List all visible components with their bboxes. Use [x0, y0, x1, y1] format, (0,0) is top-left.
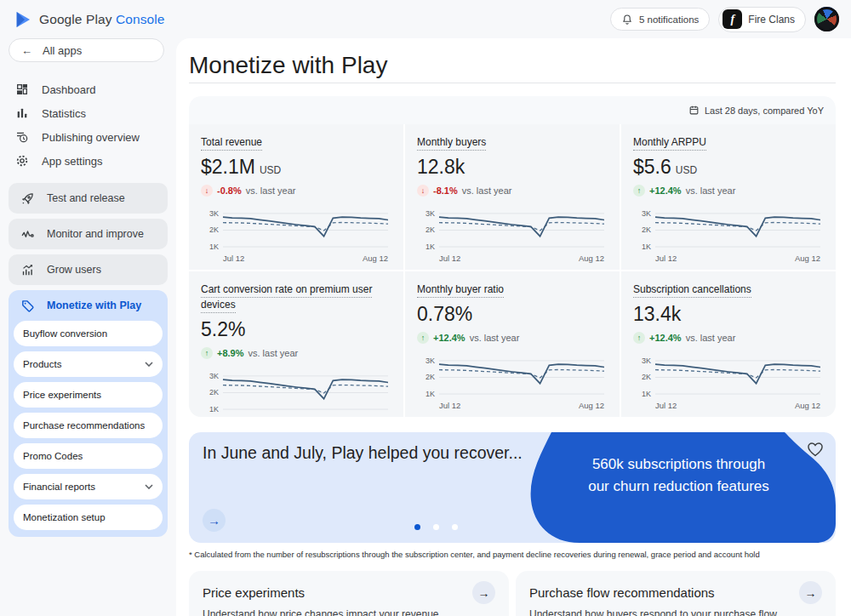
- metric-value-row: $2.1M USD: [201, 156, 391, 179]
- svg-text:1K: 1K: [642, 390, 651, 398]
- metric-label[interactable]: Subscription cancellations: [633, 283, 751, 298]
- sidebar-group-test-and-release[interactable]: Test and release: [9, 183, 168, 214]
- svg-text:3K: 3K: [426, 356, 435, 365]
- delta-suffix: vs. last year: [248, 348, 299, 358]
- publishing-overview-icon: [15, 130, 29, 144]
- svg-text:Aug 12: Aug 12: [363, 254, 388, 263]
- metric-sparkline-chart: 1K2K3KJul 12Aug 12: [417, 349, 608, 414]
- metric-value: $2.1M: [201, 156, 255, 179]
- metric-label[interactable]: Cart conversion rate on premium user dev…: [201, 283, 372, 313]
- card-arrow-button[interactable]: →: [472, 581, 495, 604]
- monetize-subitems: Buyflow conversion Products Price experi…: [9, 321, 168, 530]
- svg-text:Aug 12: Aug 12: [363, 416, 388, 417]
- app-name: Fire Clans: [748, 14, 795, 26]
- metric-label[interactable]: Monthly ARPPU: [633, 136, 706, 151]
- delta-suffix: vs. last year: [470, 333, 520, 343]
- play-triangle-icon: [14, 10, 32, 29]
- card-arrow-button[interactable]: →: [799, 581, 822, 604]
- sidebar-subitem[interactable]: Price experiments: [14, 382, 163, 408]
- favorite-heart-icon[interactable]: [805, 440, 825, 460]
- svg-text:3K: 3K: [209, 372, 219, 380]
- metric-value-row: 0.78%: [417, 303, 608, 326]
- chevron-down-icon: [145, 484, 153, 489]
- purchase-flow-recommendations-card[interactable]: Purchase flow recommendations → Understa…: [516, 571, 836, 616]
- bottom-cards: Price experiments → Understand how price…: [189, 571, 836, 616]
- metric-sparkline-chart: 1K2K3KJul 12Aug 12: [201, 202, 391, 266]
- carousel-dot[interactable]: [414, 524, 420, 530]
- metric-label[interactable]: Monthly buyer ratio: [417, 283, 504, 298]
- delta-arrow-icon: ↑: [201, 347, 213, 359]
- dashboard-icon: [15, 83, 29, 96]
- svg-text:3K: 3K: [209, 209, 219, 218]
- date-filter-label[interactable]: Last 28 days, compared YoY: [705, 106, 824, 116]
- pulse-icon: [20, 227, 35, 242]
- delta-arrow-icon: ↓: [417, 185, 429, 197]
- google-play-console-logo[interactable]: Google Play Console: [14, 10, 165, 29]
- sidebar-subitem[interactable]: Products: [14, 351, 163, 377]
- sidebar-group-monitor-and-improve[interactable]: Monitor and improve: [9, 219, 168, 249]
- metric-value: 12.8k: [417, 156, 465, 179]
- main-content: Monetize with Play Last 28 days, compare…: [176, 38, 851, 616]
- metric-card: Monthly buyers 12.8k ↓ -8.1% vs. last ye…: [405, 124, 620, 270]
- sidebar-subitem-label: Products: [23, 359, 61, 369]
- metric-value: 13.4k: [633, 303, 681, 326]
- sidebar-item-label: App settings: [42, 155, 103, 168]
- svg-text:1K: 1K: [209, 242, 219, 251]
- sidebar-subitem[interactable]: Promo Codes: [14, 443, 163, 469]
- sidebar-item-label: Dashboard: [42, 83, 96, 96]
- card-header: Price experiments →: [203, 581, 495, 604]
- metric-value-row: 5.2%: [201, 318, 391, 341]
- metric-value-row: $5.6 USD: [633, 156, 824, 179]
- svg-text:Jul 12: Jul 12: [223, 254, 244, 263]
- promo-banner[interactable]: In June and July, Play helped you recove…: [189, 432, 836, 543]
- topbar-right: 5 notifications f Fire Clans: [610, 7, 839, 32]
- carousel-dot[interactable]: [433, 524, 439, 530]
- sidebar-item-statistics[interactable]: Statistics: [0, 101, 176, 125]
- svg-text:Jul 12: Jul 12: [655, 401, 677, 410]
- svg-text:3K: 3K: [642, 356, 651, 365]
- page-title: Monetize with Play: [189, 52, 387, 79]
- sidebar: ← All apps Dashboard Statis: [0, 38, 176, 616]
- svg-text:Jul 12: Jul 12: [439, 401, 460, 410]
- all-apps-back-button[interactable]: ← All apps: [9, 38, 164, 62]
- sidebar-subitem[interactable]: Financial reports: [14, 474, 163, 499]
- metric-label[interactable]: Total revenue: [201, 136, 262, 151]
- sidebar-item-app-settings[interactable]: App settings: [0, 149, 176, 173]
- title-divider: [189, 83, 836, 83]
- metric-sparkline-chart: 1K2K3KJul 12Aug 12: [201, 364, 391, 417]
- metrics-panel: Last 28 days, compared YoY Total revenue…: [189, 96, 836, 417]
- metric-value: 5.2%: [201, 318, 245, 341]
- price-experiments-card[interactable]: Price experiments → Understand how price…: [189, 571, 509, 616]
- svg-text:Jul 12: Jul 12: [655, 254, 677, 263]
- sidebar-subitem[interactable]: Buyflow conversion: [14, 321, 163, 346]
- metric-card: Cart conversion rate on premium user dev…: [189, 271, 403, 417]
- sidebar-group-label: Monitor and improve: [47, 228, 144, 240]
- chevron-down-icon: [145, 362, 153, 367]
- metric-value-row: 13.4k: [633, 303, 824, 326]
- metric-card: Monthly buyer ratio 0.78% ↑ +12.4% vs. l…: [405, 271, 620, 417]
- card-subtitle: Understand how price changes impact your…: [203, 608, 495, 616]
- account-avatar[interactable]: [814, 7, 839, 31]
- svg-text:1K: 1K: [209, 405, 219, 414]
- metric-card: Subscription cancellations 13.4k ↑ +12.4…: [621, 271, 836, 417]
- metric-delta: ↑ +8.9% vs. last year: [201, 347, 391, 359]
- notifications-button[interactable]: 5 notifications: [610, 8, 710, 31]
- sidebar-subitem[interactable]: Purchase recommendations: [14, 413, 163, 438]
- sidebar-item-label: Statistics: [42, 107, 86, 120]
- banner-title: In June and July, Play helped you recove…: [203, 443, 523, 463]
- banner-highlight-text: 560k subscriptions through our churn red…: [587, 453, 770, 497]
- sidebar-group-grow-users[interactable]: Grow users: [9, 254, 168, 285]
- metric-label[interactable]: Monthly buyers: [417, 136, 486, 151]
- app-selector[interactable]: f Fire Clans: [718, 7, 806, 32]
- sidebar-subitem-label: Buyflow conversion: [23, 328, 107, 339]
- metric-card: Total revenue $2.1M USD ↓ -0.8% vs. last…: [189, 124, 403, 270]
- metric-value: 0.78%: [417, 303, 472, 326]
- svg-text:Aug 12: Aug 12: [579, 254, 604, 263]
- sidebar-item-publishing-overview[interactable]: Publishing overview: [0, 125, 176, 149]
- svg-text:2K: 2K: [426, 225, 435, 234]
- sidebar-subitem[interactable]: Monetization setup: [14, 505, 163, 530]
- carousel-dot[interactable]: [452, 524, 458, 530]
- delta-percent: -0.8%: [217, 185, 242, 196]
- sidebar-item-dashboard[interactable]: Dashboard: [0, 77, 176, 101]
- sidebar-group-monetize-header[interactable]: Monetize with Play: [9, 290, 168, 321]
